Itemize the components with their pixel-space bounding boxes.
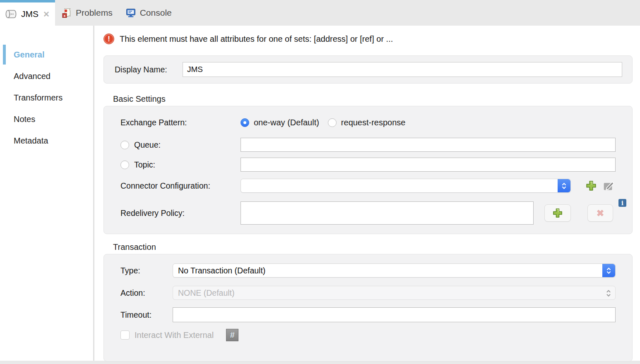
topic-input[interactable] [241, 158, 616, 172]
close-icon[interactable]: ✕ [43, 10, 50, 19]
transaction-panel: Type: No Transaction (Default) Action: N… [103, 254, 633, 362]
transaction-type-value: No Transaction (Default) [178, 266, 265, 275]
transaction-timeout-input[interactable] [173, 307, 616, 322]
tab-jms[interactable]: JMS ✕ [0, 0, 55, 26]
edit-connector-config-icon[interactable] [602, 180, 616, 192]
display-name-panel: Display Name: [103, 55, 633, 84]
transaction-action-select: NONE (Default) [173, 286, 616, 300]
tab-console-label: Console [140, 8, 172, 18]
editor-tabbar: JMS ✕ x Problems Console [0, 0, 640, 26]
connector-configuration-label: Connector Configuration: [120, 181, 241, 191]
queue-label: Queue: [134, 140, 161, 150]
sidebar-item-transformers[interactable]: Transformers [0, 87, 93, 108]
svg-text:x: x [63, 13, 65, 17]
transaction-type-select[interactable]: No Transaction (Default) [173, 263, 616, 278]
basic-settings-panel: Exchange Pattern: one-way (Default) requ… [103, 106, 633, 234]
connector-configuration-select[interactable] [241, 179, 571, 193]
topic-label: Topic: [134, 160, 155, 170]
display-name-label: Display Name: [115, 65, 183, 74]
tab-jms-label: JMS [21, 9, 38, 19]
redelivery-policy-label: Redelivery Policy: [120, 208, 241, 218]
error-icon: ! [103, 34, 114, 44]
expression-hash-icon[interactable]: # [226, 329, 238, 341]
sidebar-item-general[interactable]: General [0, 44, 93, 65]
sidebar-item-label: Metadata [14, 136, 48, 146]
transaction-title: Transaction [113, 242, 633, 252]
sidebar-item-advanced[interactable]: Advanced [0, 65, 93, 87]
radio-unselected-icon[interactable] [328, 118, 337, 127]
sidebar-item-label: Transformers [14, 93, 63, 103]
transaction-timeout-label: Timeout: [120, 310, 173, 320]
radio-selected-icon[interactable] [241, 118, 249, 127]
problems-icon: x [62, 8, 72, 18]
sidebar-item-label: Notes [14, 115, 35, 124]
select-chevrons-icon [602, 264, 615, 277]
sidebar-item-notes[interactable]: Notes [0, 108, 93, 130]
radio-request-response-label: request-response [341, 118, 406, 127]
add-connector-config-icon[interactable] [585, 180, 597, 192]
sidebar-item-label: Advanced [14, 72, 51, 81]
transaction-action-label: Action: [120, 288, 173, 298]
tab-console[interactable]: Console [119, 0, 178, 26]
properties-sidebar: General Advanced Transformers Notes Meta… [0, 26, 94, 361]
tab-problems[interactable]: x Problems [55, 0, 119, 26]
radio-one-way[interactable]: one-way (Default) [241, 118, 319, 127]
general-tab-panel: ! This element must have all attributes … [94, 26, 640, 361]
queue-input[interactable] [241, 138, 616, 152]
sidebar-item-metadata[interactable]: Metadata [0, 130, 93, 151]
display-name-input[interactable] [183, 62, 622, 77]
redelivery-policy-input[interactable] [241, 201, 534, 225]
radio-request-response[interactable]: request-response [328, 118, 406, 127]
sidebar-item-label: General [14, 50, 44, 60]
topic-radio[interactable] [120, 160, 129, 169]
error-message: This element must have all attributes fo… [120, 34, 393, 44]
queue-radio[interactable] [120, 141, 129, 149]
radio-one-way-label: one-way (Default) [254, 118, 319, 127]
select-chevrons-disabled-icon [606, 289, 611, 300]
jms-endpoint-icon [5, 9, 17, 19]
delete-redelivery-policy-button[interactable] [587, 204, 613, 222]
add-redelivery-policy-button[interactable] [544, 204, 571, 222]
delete-x-icon [595, 208, 606, 218]
validation-error: ! This element must have all attributes … [103, 33, 633, 45]
tab-problems-label: Problems [76, 8, 113, 18]
select-chevrons-icon [558, 179, 570, 192]
transaction-action-value: NONE (Default) [178, 288, 235, 298]
exchange-pattern-label: Exchange Pattern: [120, 118, 241, 127]
basic-settings-title: Basic Settings [113, 94, 633, 104]
interact-with-external-checkbox [120, 330, 130, 340]
console-icon [126, 8, 136, 18]
interact-with-external-label: Interact With External [135, 330, 214, 340]
plus-icon [552, 207, 563, 219]
info-icon[interactable]: i [618, 199, 626, 207]
transaction-type-label: Type: [120, 266, 173, 275]
